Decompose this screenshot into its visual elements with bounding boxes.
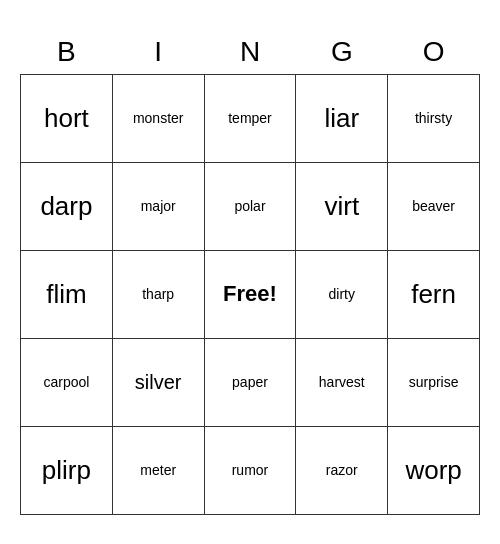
bingo-card: BINGO hortmonstertemperliarthirstydarpma… [20,30,480,515]
bingo-header-o: O [388,30,480,75]
bingo-cell-r0-c4: thirsty [388,74,480,162]
bingo-cell-r3-c1: silver [112,338,204,426]
bingo-cell-r2-c1: tharp [112,250,204,338]
bingo-cell-r1-c2: polar [204,162,296,250]
bingo-cell-r4-c0: plirp [21,426,113,514]
bingo-cell-r3-c4: surprise [388,338,480,426]
bingo-cell-r1-c1: major [112,162,204,250]
bingo-cell-r0-c2: temper [204,74,296,162]
bingo-cell-r2-c0: flim [21,250,113,338]
bingo-cell-r1-c4: beaver [388,162,480,250]
table-row: carpoolsilverpaperharvestsurprise [21,338,480,426]
bingo-cell-r3-c3: harvest [296,338,388,426]
bingo-cell-r2-c3: dirty [296,250,388,338]
table-row: hortmonstertemperliarthirsty [21,74,480,162]
bingo-cell-r0-c3: liar [296,74,388,162]
bingo-cell-r4-c1: meter [112,426,204,514]
bingo-cell-r4-c2: rumor [204,426,296,514]
table-row: plirpmeterrumorrazorworp [21,426,480,514]
bingo-header-b: B [21,30,113,75]
bingo-header-n: N [204,30,296,75]
bingo-cell-r2-c2: Free! [204,250,296,338]
bingo-cell-r3-c2: paper [204,338,296,426]
bingo-cell-r4-c3: razor [296,426,388,514]
bingo-cell-r4-c4: worp [388,426,480,514]
bingo-header-g: G [296,30,388,75]
bingo-cell-r1-c0: darp [21,162,113,250]
bingo-cell-r3-c0: carpool [21,338,113,426]
bingo-cell-r0-c0: hort [21,74,113,162]
bingo-cell-r2-c4: fern [388,250,480,338]
table-row: flimtharpFree!dirtyfern [21,250,480,338]
table-row: darpmajorpolarvirtbeaver [21,162,480,250]
bingo-cell-r0-c1: monster [112,74,204,162]
bingo-cell-r1-c3: virt [296,162,388,250]
bingo-header-i: I [112,30,204,75]
